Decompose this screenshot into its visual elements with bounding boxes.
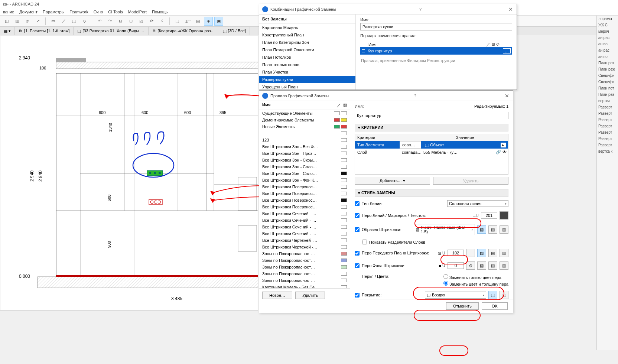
combination-item[interactable]: План Пожарной Опасности [259,46,355,53]
link-icon[interactable]: 🔗 [496,150,501,155]
tab-4[interactable]: ⬚ [3D / Все] [219,27,250,35]
tb-grid[interactable]: # [23,17,32,26]
palette-item[interactable]: ан по [597,41,618,47]
tb-g3[interactable]: ▤ [193,17,202,26]
tb-r[interactable]: ↷ [105,17,114,26]
pen-swatch[interactable] [500,211,508,220]
linetype-check[interactable] [355,201,360,206]
drawing-viewport[interactable]: 2,940 100 600 600 600 395 1340 2 940 2 8… [0,36,258,311]
palette-item[interactable]: План пот [597,85,618,91]
bgpen-value[interactable] [448,262,464,269]
rule-item[interactable]: Зоны по Пожароопасност… [259,257,350,264]
combination-item[interactable]: План Участка [259,68,355,76]
fill-opt2[interactable]: ▤ [488,225,497,234]
name-input[interactable] [360,23,512,30]
bg-opt1[interactable]: ▨ [477,261,486,270]
palette-item[interactable]: План рез [597,91,618,98]
tb-line[interactable]: ／ [59,17,68,26]
palette-item[interactable]: Разверт [597,142,618,148]
rule-item[interactable]: 123 [259,137,350,143]
menu-item[interactable]: Окно [94,10,103,14]
cancel-button[interactable]: Отменить [446,302,479,310]
fgpen-check[interactable] [355,251,360,256]
criteria-header[interactable]: ▾ КРИТЕРИИ [355,124,508,131]
surf-opt2[interactable]: ⬚ [500,291,508,299]
tb-new[interactable]: ▭ [49,17,58,26]
criteria-row[interactable]: Тип Элемента совп… ⬚Объект▸ [355,141,508,149]
palette-item[interactable]: Разверт [597,117,618,123]
rule-item[interactable]: Все Штриховки Сечений - … [259,210,350,217]
combination-item[interactable]: Картонная Модель [259,24,355,31]
combination-item[interactable]: План по Категориям Зон [259,39,355,46]
rule-item[interactable]: Все Штриховки Сечений - … [259,217,350,224]
palette-item[interactable]: Специфи [597,79,618,85]
close-icon[interactable]: ✕ [501,93,513,99]
fgpen-value[interactable] [448,250,464,256]
rule-item[interactable]: Все Штриховки Зон - Скры… [259,157,350,163]
showsep-check[interactable] [362,240,367,244]
menu-item[interactable]: Документ [19,10,38,14]
bg-opt2[interactable]: ▤ [488,261,497,270]
tb-m5[interactable]: ⤹ [157,17,166,26]
fill-opt3[interactable]: ▥ [500,225,508,234]
palette-item[interactable]: вертка к [597,148,618,155]
delete-criteria-button[interactable]: Удалить [433,177,508,185]
rule-item[interactable]: Новые Элементы [259,123,350,130]
radio-color-only[interactable]: Заменить только цвет пера [443,274,508,280]
combination-item[interactable]: Упрощенный План [259,83,355,91]
help-icon[interactable]: ? [416,7,425,12]
dlg1-title[interactable]: Комбинации Графической Замены ? ✕ [259,4,517,14]
tb-p1[interactable]: ⬚ [69,17,78,26]
rule-item[interactable]: Все Штриховки Зон - Спло… [259,163,350,170]
tab-2[interactable]: ▢ [33 Развертка 01. Холл (Виды … [74,27,148,35]
palette-item[interactable]: План рез [597,60,618,66]
menu-item[interactable]: ModelPort [128,10,147,14]
bgpen-sw[interactable]: ⊘ [466,261,475,270]
combination-item[interactable]: План Потолков [259,53,355,61]
penline-check[interactable] [355,213,360,218]
rule-item[interactable]: Все Штриховки Поверхнос… [259,183,350,190]
tb-g2[interactable]: ◫╌ [183,17,192,26]
rule-item[interactable]: Все Штриховки Чертежей -… [259,237,350,244]
rule-item[interactable]: Зоны по Пожароопасност… [259,250,350,257]
surf-opt1[interactable]: ⬚ [488,291,497,299]
rule-item[interactable]: Все Штриховки Зон - Без Ф… [259,143,350,150]
radio-color-weight[interactable]: Заменить цвет и толщину пера [443,281,508,286]
rule-item[interactable]: Все Штриховки Сечений - … [259,230,350,237]
rule-item[interactable]: Демонтируемые Элементы [259,117,350,123]
tb-2[interactable]: ▥ [13,17,22,26]
tab-1[interactable]: 🗎 [1. Расчеты [1. 1-й этаж] [15,27,74,35]
help-icon[interactable]: ? [411,94,419,98]
combination-item[interactable]: План теплых полов [259,61,355,68]
rule-item[interactable]: Все Штриховки Зон - Фон К… [259,177,350,183]
penline-value[interactable] [481,212,497,219]
palette-item[interactable]: ан по [597,53,618,60]
palette-item[interactable]: Разверт [597,136,618,142]
tb-m1[interactable]: ⊡ [116,17,125,26]
tab-layers[interactable]: ▦ ▾ [0,27,15,35]
dlg2-title[interactable]: Правила Графической Замены ? ✕ [259,91,513,101]
linetype-dd[interactable]: Сплошная линия▸ [447,200,508,207]
tb-g4[interactable]: ◈ [204,17,213,26]
rule-name-input[interactable] [355,112,508,119]
palette-item[interactable]: План реж [597,66,618,72]
tb-m2[interactable]: ⊞ [126,17,135,26]
palette-item[interactable]: вертки [597,98,618,104]
palette-item[interactable]: Разверт [597,129,618,136]
bg-opt3[interactable]: ▥ [500,261,508,270]
rule-item[interactable]: Все Штриховки Зон - Спло… [259,170,350,177]
palette-item[interactable]: Разверт [597,110,618,117]
tab-3[interactable]: 🗎 [Квартира -=ЖК Орион= раз… [149,27,219,35]
surface-dd[interactable]: ▢ Воздух▸ [425,292,486,299]
bgpen-check[interactable] [355,263,360,268]
close-icon[interactable]: ✕ [505,6,517,12]
combination-item[interactable]: Конструктивный План [259,31,355,39]
rule-item[interactable]: Зоны по Пожароопасност… [259,264,350,270]
rule-item[interactable]: Существующие Элементы [259,110,350,117]
palette-item[interactable]: лорамы [597,16,618,22]
menu-item[interactable]: CI Tools [108,10,123,14]
palette-item[interactable]: Разверт [597,104,618,110]
rule-item[interactable]: Все Штриховки Зон - Проз… [259,150,350,157]
tb-u[interactable]: ↶ [95,17,104,26]
fg-opt3[interactable]: ▥ [500,249,508,257]
